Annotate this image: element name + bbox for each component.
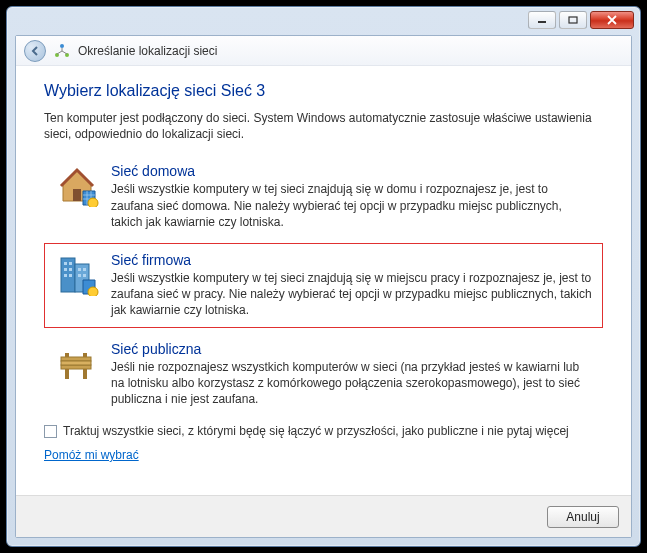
titlebar	[7, 7, 640, 35]
option-work-text: Sieć firmowa Jeśli wszystkie komputery w…	[111, 252, 592, 319]
checkbox-row: Traktuj wszystkie sieci, z którymi będę …	[44, 424, 603, 438]
svg-rect-0	[538, 21, 546, 23]
back-button[interactable]	[24, 40, 46, 62]
svg-rect-9	[64, 262, 67, 265]
svg-rect-5	[73, 189, 81, 201]
svg-rect-23	[65, 369, 69, 379]
svg-rect-15	[78, 268, 81, 271]
option-work-desc: Jeśli wszystkie komputery w tej sieci zn…	[111, 270, 592, 319]
description-text: Ten komputer jest podłączony do sieci. S…	[44, 110, 603, 142]
svg-rect-10	[69, 262, 72, 265]
svg-rect-24	[83, 369, 87, 379]
svg-rect-17	[78, 274, 81, 277]
home-icon	[55, 163, 99, 207]
option-public-network[interactable]: Sieć publiczna Jeśli nie rozpoznajesz ws…	[44, 332, 603, 417]
svg-point-6	[88, 198, 98, 207]
dialog-inner: Określanie lokalizacji sieci Wybierz lok…	[15, 35, 632, 538]
instruction-text: Wybierz lokalizację sieci Sieć 3	[44, 82, 603, 100]
svg-rect-26	[83, 353, 87, 357]
svg-rect-16	[83, 268, 86, 271]
option-home-network[interactable]: Sieć domowa Jeśli wszystkie komputery w …	[44, 154, 603, 239]
option-public-title: Sieć publiczna	[111, 341, 592, 357]
svg-rect-22	[61, 361, 91, 365]
option-home-text: Sieć domowa Jeśli wszystkie komputery w …	[111, 163, 592, 230]
option-public-text: Sieć publiczna Jeśli nie rozpoznajesz ws…	[111, 341, 592, 408]
svg-rect-12	[69, 268, 72, 271]
checkbox-label: Traktuj wszystkie sieci, z którymi będę …	[63, 424, 569, 438]
svg-point-2	[60, 44, 64, 48]
svg-rect-7	[61, 258, 75, 292]
treat-public-checkbox[interactable]	[44, 425, 57, 438]
svg-rect-25	[65, 353, 69, 357]
option-home-title: Sieć domowa	[111, 163, 592, 179]
dialog-header: Określanie lokalizacji sieci	[16, 36, 631, 66]
svg-rect-11	[64, 268, 67, 271]
option-work-title: Sieć firmowa	[111, 252, 592, 268]
close-button[interactable]	[590, 11, 634, 29]
dialog-content: Wybierz lokalizację sieci Sieć 3 Ten kom…	[16, 66, 631, 495]
cancel-button[interactable]: Anuluj	[547, 506, 619, 528]
svg-rect-14	[69, 274, 72, 277]
option-home-desc: Jeśli wszystkie komputery w tej sieci zn…	[111, 181, 592, 230]
dialog-window: Określanie lokalizacji sieci Wybierz lok…	[6, 6, 641, 547]
svg-rect-18	[83, 274, 86, 277]
svg-rect-13	[64, 274, 67, 277]
dialog-footer: Anuluj	[16, 495, 631, 537]
option-public-desc: Jeśli nie rozpoznajesz wszystkich komput…	[111, 359, 592, 408]
help-link[interactable]: Pomóż mi wybrać	[44, 448, 139, 462]
minimize-button[interactable]	[528, 11, 556, 29]
option-work-network[interactable]: Sieć firmowa Jeśli wszystkie komputery w…	[44, 243, 603, 328]
maximize-button[interactable]	[559, 11, 587, 29]
dialog-title: Określanie lokalizacji sieci	[78, 44, 217, 58]
svg-rect-21	[61, 365, 91, 369]
network-icon	[54, 43, 70, 59]
work-icon	[55, 252, 99, 296]
svg-rect-20	[61, 357, 91, 361]
public-icon	[55, 341, 99, 385]
svg-rect-1	[569, 17, 577, 23]
svg-point-19	[88, 287, 98, 296]
